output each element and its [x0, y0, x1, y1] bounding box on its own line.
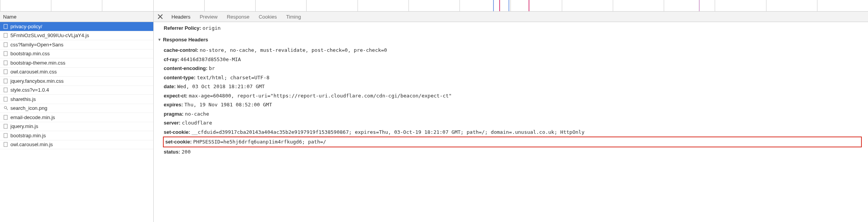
header-row: status:200 — [158, 147, 862, 157]
header-key: set-cookie: — [165, 137, 192, 147]
document-file-icon — [3, 97, 8, 102]
name-column-header[interactable]: Name — [0, 12, 153, 22]
svg-rect-2 — [4, 43, 7, 47]
header-value: max-age=604800, report-uri="https://repo… — [189, 91, 452, 101]
header-row: content-encoding:br — [158, 64, 862, 73]
request-name: email-decode.min.js — [10, 114, 55, 120]
request-row[interactable]: owl.carousel.min.css — [0, 68, 153, 77]
request-name: jquery.fancybox.min.css — [10, 78, 64, 84]
request-name: css?family=Open+Sans — [10, 42, 63, 48]
timeline-mark — [699, 0, 700, 11]
svg-rect-1 — [4, 33, 7, 38]
response-headers-section[interactable]: ▼ Response Headers — [158, 35, 862, 44]
request-name: 5FmhiOzSLvvd_909IUu-cVLjaY4.js — [10, 32, 89, 38]
header-value: Thu, 19 Nov 1981 08:52:00 GMT — [184, 100, 272, 109]
details-panel: HeadersPreviewResponseCookiesTiming Refe… — [154, 12, 868, 222]
section-title: Response Headers — [163, 35, 208, 44]
document-file-icon — [3, 142, 8, 147]
header-value: __cfduid=d39917cba20143a404ac35b2e919791… — [192, 128, 584, 137]
svg-rect-12 — [4, 124, 7, 128]
svg-rect-7 — [4, 88, 7, 92]
timeline-cell — [358, 0, 409, 11]
header-row: server:cloudflare — [158, 118, 862, 128]
timeline-cell — [153, 0, 204, 11]
document-file-icon — [3, 51, 8, 56]
timeline-cell — [306, 0, 357, 11]
request-row[interactable]: bootstrap.min.js — [0, 131, 153, 140]
svg-line-10 — [7, 109, 8, 110]
request-row[interactable]: sharethis.js — [0, 95, 153, 104]
svg-rect-6 — [4, 79, 7, 83]
timeline[interactable] — [0, 0, 868, 12]
header-row: cache-control:no-store, no-cache, must-r… — [158, 46, 862, 55]
request-row[interactable]: bootstrap-theme.min.css — [0, 58, 153, 68]
request-row[interactable]: jquery.min.js — [0, 122, 153, 131]
header-key: content-type: — [164, 73, 195, 82]
tab-cookies[interactable]: Cookies — [254, 12, 281, 22]
header-key: expires: — [164, 100, 183, 109]
document-file-icon — [3, 69, 8, 74]
document-file-icon — [3, 133, 8, 138]
image-file-icon — [3, 106, 8, 111]
request-name: sharethis.js — [10, 96, 36, 102]
tab-headers[interactable]: Headers — [167, 12, 195, 22]
svg-rect-14 — [4, 142, 7, 147]
request-row[interactable]: 5FmhiOzSLvvd_909IUu-cVLjaY4.js — [0, 31, 153, 41]
header-value: Wed, 03 Oct 2018 18:21:07 GMT — [177, 82, 265, 91]
timeline-mark — [499, 0, 500, 11]
timeline-mark — [493, 0, 494, 11]
header-row: set-cookie: PHPSESSID=he5hj6drfq6uanp1im… — [164, 137, 860, 147]
timeline-mark — [509, 0, 509, 11]
header-value: no-store, no-cache, must-revalidate, pos… — [200, 46, 387, 55]
header-row: date:Wed, 03 Oct 2018 18:21:07 GMT — [158, 82, 862, 91]
request-row[interactable]: privacy-policy/ — [0, 22, 153, 31]
header-row: set-cookie:__cfduid=d39917cba20143a404ac… — [158, 128, 862, 137]
request-row[interactable]: style.css?v=1.0.4 — [0, 86, 153, 95]
request-row[interactable]: owl.carousel.min.js — [0, 140, 153, 150]
timeline-cell — [459, 0, 510, 11]
document-file-icon — [3, 24, 8, 29]
header-row: expires:Thu, 19 Nov 1981 08:52:00 GMT — [158, 100, 862, 109]
timeline-cell — [204, 0, 255, 11]
request-row[interactable]: jquery.fancybox.min.css — [0, 77, 153, 86]
tab-response[interactable]: Response — [222, 12, 254, 22]
request-list-panel: Name privacy-policy/5FmhiOzSLvvd_909IUu-… — [0, 12, 154, 222]
header-value: br — [209, 64, 215, 73]
header-row: expect-ct:max-age=604800, report-uri="ht… — [158, 91, 862, 101]
header-key: Referrer Policy: — [164, 24, 201, 33]
header-key: set-cookie: — [164, 128, 190, 137]
header-value: text/html; charset=UTF-8 — [197, 73, 270, 82]
document-file-icon — [3, 33, 8, 38]
timeline-cell — [510, 0, 561, 11]
header-row: pragma:no-cache — [158, 109, 862, 119]
header-value: 46416d387d85530e-MIA — [180, 55, 241, 64]
request-row[interactable]: search_icon.png — [0, 104, 153, 113]
request-row[interactable]: bootstrap.min.css — [0, 50, 153, 59]
request-row[interactable]: email-decode.min.js — [0, 113, 153, 122]
request-name: bootstrap-theme.min.css — [10, 60, 65, 66]
svg-point-9 — [4, 106, 7, 109]
request-name: owl.carousel.min.js — [10, 142, 53, 147]
close-icon[interactable] — [158, 14, 163, 19]
header-row: content-type:text/html; charset=UTF-8 — [158, 73, 862, 82]
header-value: no-cache — [185, 109, 209, 119]
header-key: pragma: — [164, 109, 183, 119]
request-list[interactable]: privacy-policy/5FmhiOzSLvvd_909IUu-cVLja… — [0, 22, 153, 222]
request-row[interactable]: css?family=Open+Sans — [0, 40, 153, 50]
svg-rect-8 — [4, 97, 7, 101]
header-key: date: — [164, 82, 176, 91]
tab-preview[interactable]: Preview — [195, 12, 222, 22]
request-name: search_icon.png — [10, 105, 47, 111]
request-name: bootstrap.min.js — [10, 133, 46, 138]
timeline-mark — [529, 0, 529, 11]
timeline-cell — [102, 0, 153, 11]
timeline-cell — [715, 0, 766, 11]
tab-timing[interactable]: Timing — [281, 12, 306, 22]
document-file-icon — [3, 87, 8, 92]
headers-content[interactable]: Referrer Policy: origin ▼ Response Heade… — [154, 22, 868, 222]
disclosure-triangle-icon: ▼ — [158, 35, 161, 44]
request-name: bootstrap.min.css — [10, 51, 50, 56]
header-key: cf-ray: — [164, 55, 179, 64]
header-value: cloudflare — [182, 118, 212, 128]
request-name: owl.carousel.min.css — [10, 69, 57, 75]
